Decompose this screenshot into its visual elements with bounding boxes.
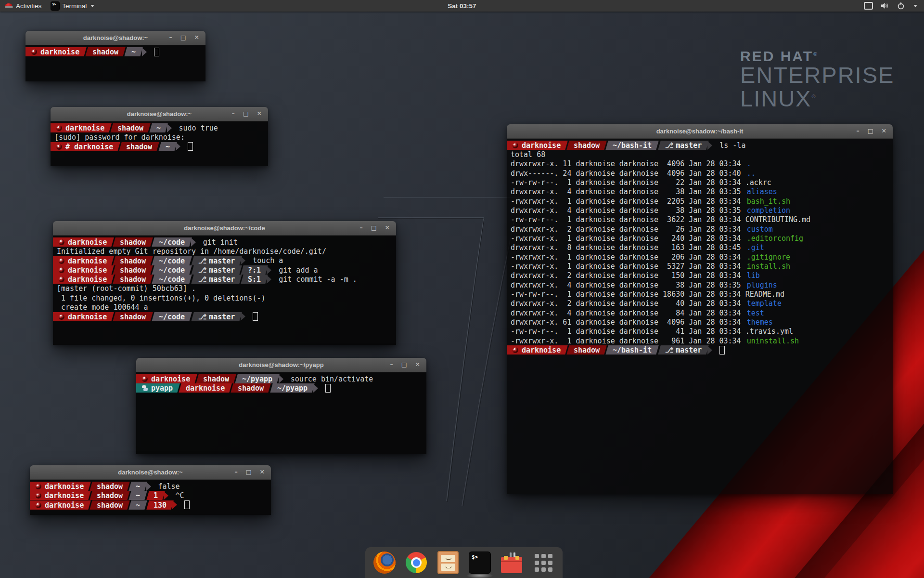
terminal-text: -rwxrwxr-x. 1 darknoise darknoise 961 Ja… [511, 337, 745, 345]
terminal-line: drwxrwxr-x. 2 darknoise darknoise 40 Jan… [507, 299, 893, 308]
dock-item-files[interactable] [436, 551, 460, 574]
terminal-cursor [184, 500, 190, 509]
redhat-icon [36, 484, 41, 489]
redhat-icon [36, 493, 41, 499]
maximize-button[interactable]: □ [401, 362, 407, 368]
redhat-icon [513, 143, 518, 148]
terminal-content[interactable]: darknoiseshadow~sudo true[sudo] password… [51, 121, 268, 166]
close-button[interactable]: ✕ [882, 128, 886, 134]
terminal-line: drwxrwxr-x. 2 darknoise darknoise 150 Ja… [507, 271, 893, 280]
clock[interactable]: Sat 03:57 [448, 2, 476, 10]
powerline-arrow-icon [142, 48, 147, 56]
terminal-window-bash-it[interactable]: darknoise@shadow:~/bash-it –□✕ darknoise… [507, 124, 893, 494]
terminal-text: .editorconfig [747, 234, 803, 243]
close-button[interactable]: ✕ [415, 362, 420, 368]
terminal-text: sudo true [179, 124, 218, 132]
chrome-icon [406, 552, 427, 573]
minimize-button[interactable]: – [234, 469, 237, 475]
terminal-text: Initialized empty Git repository in /hom… [57, 247, 326, 256]
terminal-text: [sudo] password for darknoise: [54, 133, 185, 142]
terminal-content[interactable]: darknoiseshadow~/codegit initInitialized… [53, 236, 396, 345]
terminal-window-code[interactable]: darknoise@shadow:~/code –□✕ darknoisesha… [53, 221, 396, 345]
terminal-line: -rwxrwxr-x. 1 darknoise darknoise 961 Ja… [507, 336, 893, 345]
dock-item-terminal[interactable] [468, 551, 491, 574]
terminal-line: darknoiseshadow~/code⎇master?:1git add a [53, 265, 396, 275]
terminal-line: create mode 100644 a [53, 302, 396, 312]
terminal-window-home-sudo[interactable]: darknoise@shadow:~ –□✕ darknoiseshadow~s… [51, 107, 268, 166]
minimize-button[interactable]: – [359, 225, 362, 231]
terminal-text: -rw-rw-r--. 1 darknoise darknoise 22 Jan… [511, 178, 771, 187]
terminal-text: drwxrwxr-x. 4 darknoise darknoise 84 Jan… [511, 309, 745, 317]
maximize-button[interactable]: □ [246, 469, 252, 475]
maximize-button[interactable]: □ [371, 225, 377, 231]
redhat-icon [59, 239, 64, 245]
terminal-line: drwxrwxr-x. 4 darknoise darknoise 84 Jan… [507, 308, 893, 317]
terminal-text: -rw-rw-r--. 1 darknoise darknoise 3622 J… [511, 215, 810, 224]
dock-item-firefox[interactable] [373, 551, 396, 574]
close-button[interactable]: ✕ [260, 469, 265, 475]
terminal-cursor [325, 384, 331, 393]
top-bar-left: Activities Terminal [0, 0, 99, 12]
minimize-button[interactable]: – [390, 362, 393, 368]
minimize-button[interactable]: – [169, 35, 172, 41]
window-title: darknoise@shadow:~ [127, 110, 192, 118]
terminal-line: darknoiseshadow~1^C [30, 491, 271, 500]
terminal-line: [sudo] password for darknoise: [51, 132, 268, 142]
activities-button[interactable]: Activities [0, 0, 46, 12]
terminal-line: -rwxrwxr-x. 1 darknoise darknoise 206 Ja… [507, 252, 893, 262]
clock-area: Sat 03:57 [0, 2, 924, 10]
terminal-window-home-exit[interactable]: darknoise@shadow:~ –□✕ darknoiseshadow~f… [30, 465, 271, 515]
terminal-text: template [747, 299, 782, 308]
close-button[interactable]: ✕ [385, 225, 390, 231]
terminal-text: total 68 [511, 150, 545, 159]
terminal-line: -rwxrwxr-x. 1 darknoise darknoise 5327 J… [507, 262, 893, 271]
close-button[interactable]: ✕ [257, 111, 262, 117]
terminal-line: darknoiseshadow~ [26, 47, 205, 56]
minimize-button[interactable]: – [231, 111, 234, 117]
branch-icon: ⎇ [665, 346, 673, 355]
terminal-line: drwxrwxr-x. 2 darknoise darknoise 26 Jan… [507, 224, 893, 234]
terminal-text: git commit -a -m . [279, 275, 357, 284]
close-button[interactable]: ✕ [194, 35, 199, 41]
dock-item-app-grid[interactable] [532, 551, 555, 574]
powerline-arrow-icon [167, 124, 172, 132]
terminal-line: darknoiseshadow~/bash-it⎇masterls -la [507, 141, 893, 150]
titlebar[interactable]: darknoise@shadow:~/pyapp –□✕ [136, 358, 426, 372]
terminal-window-pyapp[interactable]: darknoise@shadow:~/pyapp –□✕ darknoisesh… [136, 358, 426, 454]
system-tray[interactable] [864, 0, 924, 12]
app-menu-terminal[interactable]: Terminal [46, 0, 99, 12]
window-title: darknoise@shadow:~ [83, 34, 148, 41]
terminal-line: darknoiseshadow~/bash-it⎇master [507, 345, 893, 355]
terminal-text: drwxrwxr-x. 8 darknoise darknoise 163 Ja… [511, 243, 745, 252]
redhat-icon [59, 258, 64, 263]
titlebar[interactable]: darknoise@shadow:~ –□✕ [26, 31, 205, 45]
maximize-button[interactable]: □ [243, 111, 249, 117]
titlebar[interactable]: darknoise@shadow:~/bash-it –□✕ [507, 124, 893, 139]
terminal-content[interactable]: darknoiseshadow~/pyappsource bin/activat… [136, 372, 426, 454]
titlebar[interactable]: darknoise@shadow:~ –□✕ [51, 107, 268, 121]
rhel-wallpaper-logo: RED HAT® ENTERPRISE LINUX® [740, 48, 894, 109]
terminal-content[interactable]: darknoiseshadow~falsedarknoiseshadow~1^C… [30, 480, 271, 515]
maximize-button[interactable]: □ [180, 35, 186, 41]
terminal-content[interactable]: darknoiseshadow~ [26, 45, 205, 81]
titlebar[interactable]: darknoise@shadow:~ –□✕ [30, 465, 271, 480]
app-grid-icon [535, 554, 552, 572]
branch-icon: ⎇ [198, 256, 206, 265]
titlebar[interactable]: darknoise@shadow:~/code –□✕ [53, 221, 396, 236]
minimize-button[interactable]: – [856, 128, 859, 134]
dock-item-toolbox[interactable] [500, 551, 523, 574]
terminal-line: darknoiseshadow~/codegit init [53, 237, 396, 247]
terminal-text: drwx------. 24 darknoise darknoise 4096 … [511, 169, 745, 178]
terminal-line: [master (root-commit) 50bcb63] . [53, 284, 396, 293]
redhat-icon [56, 125, 62, 131]
window-title: darknoise@shadow:~ [118, 469, 182, 476]
chevron-down-icon [90, 5, 94, 7]
terminal-content[interactable]: darknoiseshadow~/bash-it⎇masterls -latot… [507, 139, 893, 494]
terminal-line: darknoiseshadow~/code⎇mastertouch a [53, 256, 396, 265]
terminal-window-home-small[interactable]: darknoise@shadow:~ –□✕ darknoiseshadow~ [26, 31, 205, 81]
terminal-line: darknoiseshadow~130 [30, 500, 271, 510]
terminal-text: .gitignore [747, 253, 790, 262]
maximize-button[interactable]: □ [868, 128, 873, 134]
screen-share-icon [864, 2, 873, 10]
dock-item-chrome[interactable] [405, 551, 428, 574]
